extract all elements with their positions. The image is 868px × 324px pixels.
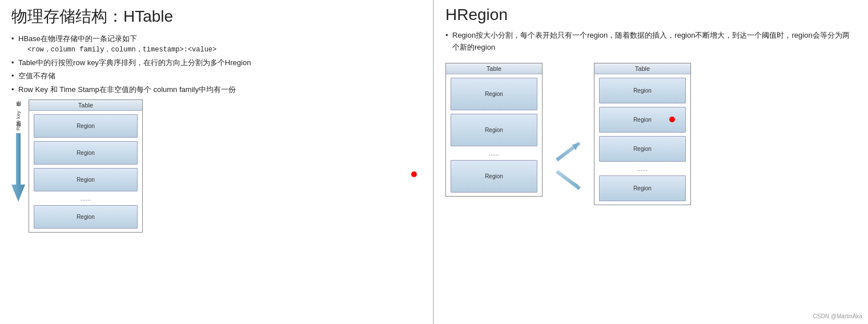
- split-arrow-down-icon: [554, 169, 582, 191]
- bullet-2: Table中的行按照row key字典序排列，在行的方向上分割为多个Hregio…: [11, 57, 421, 69]
- split-arrow-up-icon: [554, 140, 582, 163]
- right-panel: HRegion Region按大小分割，每个表开始只有一个region，随着数据…: [434, 0, 868, 324]
- left-arrow-container: 按照Row key字典序: [11, 111, 25, 202]
- right-title: HRegion: [445, 6, 857, 24]
- right-diagrams: Table Region Region ...... Region: [445, 57, 857, 246]
- rr-region-1: Region: [599, 78, 686, 103]
- rl-region-1: Region: [451, 78, 537, 110]
- rl-region-2: Region: [451, 114, 537, 146]
- svg-line-4: [557, 171, 580, 189]
- left-title: 物理存储结构：HTable: [11, 6, 421, 27]
- left-region-3: Region: [34, 168, 138, 191]
- bullet-1: HBase在物理存储中的一条记录如下 <row，column family，co…: [11, 33, 421, 55]
- split-arrows: [554, 86, 582, 246]
- rl-region-last: Region: [451, 160, 537, 193]
- watermark: CSDN @MartinAka: [813, 313, 862, 319]
- right-left-table: Table Region Region ...... Region: [445, 63, 542, 197]
- rr-region-3: Region: [599, 136, 686, 162]
- arrow-label: 按照Row key字典序: [15, 111, 22, 131]
- right-right-table-header: Table: [594, 63, 690, 74]
- rl-dots: ......: [446, 150, 542, 157]
- svg-rect-0: [16, 133, 21, 185]
- left-bullet-list: HBase在物理存储中的一条记录如下 <row，column family，co…: [11, 33, 421, 95]
- bullet-3: 空值不存储: [11, 70, 421, 82]
- right-bullet-list: Region按大小分割，每个表开始只有一个region，随着数据的插入，regi…: [445, 30, 857, 54]
- red-dot-left: [411, 171, 417, 177]
- left-region-last: Region: [34, 205, 138, 229]
- left-diagram: 按照Row key字典序 Table Region Region Region …: [11, 99, 421, 233]
- right-left-table-header: Table: [446, 63, 542, 74]
- left-region-1: Region: [34, 114, 138, 138]
- left-panel: 物理存储结构：HTable HBase在物理存储中的一条记录如下 <row，co…: [0, 0, 434, 324]
- left-table-box: Table Region Region Region ...... Region: [29, 99, 143, 233]
- left-dots: ......: [29, 195, 142, 202]
- rr-region-2: Region: [599, 107, 686, 133]
- down-arrow-icon: [11, 133, 25, 202]
- right-bullet-1: Region按大小分割，每个表开始只有一个region，随着数据的插入，regi…: [445, 30, 857, 54]
- right-right-table: Table Region Region Region ...... Region: [594, 63, 691, 205]
- rr-region-last: Region: [599, 175, 686, 201]
- bullet-4: Row Key 和 Time Stamp在非空值的每个 column famil…: [11, 84, 421, 95]
- left-table-header: Table: [29, 100, 142, 111]
- left-region-2: Region: [34, 141, 138, 165]
- svg-marker-1: [11, 185, 25, 202]
- red-dot-right: [669, 117, 675, 122]
- rr-dots: ......: [594, 165, 690, 172]
